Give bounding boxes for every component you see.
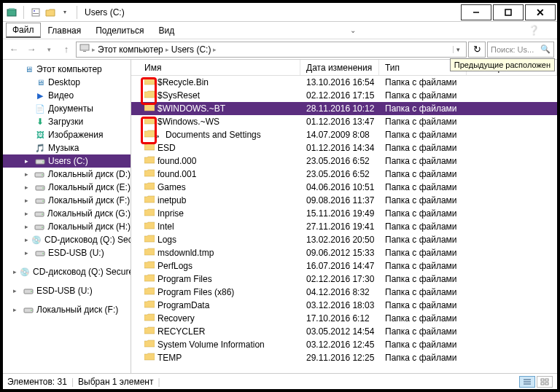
music-icon: 🎵: [35, 143, 45, 153]
tree-item-label: Видео: [48, 90, 74, 101]
file-row[interactable]: msdownld.tmp09.06.2012 15:33Папка с файл…: [131, 246, 557, 259]
refresh-button[interactable]: ↻: [468, 42, 486, 58]
svg-rect-7: [80, 44, 89, 50]
tree-item[interactable]: ▸Локальный диск (G:): [3, 207, 131, 220]
file-row[interactable]: Program Files02.12.2016 17:30Папка с фай…: [131, 273, 557, 286]
tree-item[interactable]: ▸ESD-USB (U:): [3, 284, 131, 297]
file-date: 03.12.2016 18:03: [300, 300, 379, 310]
svg-point-14: [42, 187, 44, 189]
column-header-date[interactable]: Дата изменения: [300, 60, 379, 75]
file-type: Папка с файлами: [379, 143, 467, 153]
pc-icon: 🖥: [23, 64, 34, 74]
folder-icon: [144, 248, 155, 258]
file-row[interactable]: ↗Documents and Settings14.07.2009 8:08Па…: [131, 128, 557, 141]
tree-item[interactable]: ▶Видео: [3, 89, 131, 102]
chevron-right-icon[interactable]: ▸: [90, 46, 98, 53]
expander-icon[interactable]: ▸: [25, 249, 32, 256]
tree-item[interactable]: 🖼Изображения: [3, 128, 131, 141]
tree-item[interactable]: 🖥Desktop: [3, 76, 131, 89]
file-row[interactable]: Games04.06.2016 10:51Папка с файлами: [131, 181, 557, 194]
docs-icon: 📄: [35, 103, 45, 114]
expander-icon[interactable]: ▸: [25, 170, 31, 178]
view-details-button[interactable]: [519, 376, 535, 388]
file-row[interactable]: PerfLogs16.07.2016 14:47Папка с файлами: [131, 259, 557, 273]
nav-up-button[interactable]: ↑: [58, 42, 74, 58]
chevron-right-icon[interactable]: ▸: [211, 46, 219, 53]
file-row[interactable]: Intel27.11.2016 19:41Папка с файлами: [131, 220, 557, 233]
nav-recent-dropdown[interactable]: ▾: [41, 42, 57, 58]
expander-icon[interactable]: ▸: [13, 287, 20, 294]
file-list[interactable]: $Recycle.Bin13.10.2016 16:54Папка с файл…: [131, 76, 557, 373]
expander-icon[interactable]: ▸: [25, 157, 32, 165]
folder-icon: [144, 143, 155, 153]
chevron-right-icon[interactable]: ▸: [163, 46, 171, 53]
menu-view[interactable]: Вид: [151, 23, 182, 39]
file-row[interactable]: Logs13.02.2016 20:50Папка с файлами: [131, 233, 557, 246]
file-row[interactable]: $WINDOWS.~BT28.11.2016 10:12Папка с файл…: [131, 102, 557, 115]
qat-dropdown-icon[interactable]: ▾: [59, 7, 71, 18]
folder-icon: [144, 169, 155, 179]
expander-icon[interactable]: ▸: [25, 184, 32, 191]
file-row[interactable]: ESD01.12.2016 14:34Папка с файлами: [131, 141, 557, 154]
view-icons-button[interactable]: [537, 376, 553, 388]
tree-item[interactable]: ▸Users (C:): [3, 154, 131, 168]
expander-icon[interactable]: ▸: [25, 197, 32, 204]
menu-home[interactable]: Главная: [41, 23, 89, 39]
tree-item[interactable]: ▸Локальный диск (F:): [3, 303, 131, 316]
file-row[interactable]: $SysReset02.12.2016 17:15Папка с файлами: [131, 89, 557, 102]
maximize-button[interactable]: [493, 4, 524, 20]
column-header-name[interactable]: Имя: [131, 60, 300, 75]
address-dropdown-icon[interactable]: ▾: [453, 46, 463, 53]
expander-icon[interactable]: ▸: [13, 306, 20, 313]
expander-icon[interactable]: ▸: [25, 236, 28, 243]
file-row[interactable]: $Recycle.Bin13.10.2016 16:54Папка с файл…: [131, 76, 557, 89]
tree-item[interactable]: ⬇Загрузки: [3, 115, 131, 128]
file-type: Папка с файлами: [379, 222, 467, 232]
breadcrumb-root[interactable]: Этот компьютер: [98, 44, 163, 55]
file-name: System Volume Information: [158, 340, 265, 350]
tree-item[interactable]: ▸ESD-USB (U:): [3, 246, 131, 259]
help-icon[interactable]: ❔: [528, 25, 554, 36]
tree-item[interactable]: 📄Документы: [3, 102, 131, 115]
file-row[interactable]: Program Files (x86)04.12.2016 8:32Папка …: [131, 286, 557, 299]
ribbon-expand-icon[interactable]: ⌄: [350, 26, 360, 34]
breadcrumb-location[interactable]: Users (C:): [171, 44, 211, 55]
expander-icon[interactable]: ▸: [25, 223, 31, 230]
file-row[interactable]: found.00023.05.2016 6:52Папка с файлами: [131, 154, 557, 168]
expander-icon[interactable]: ▸: [13, 268, 17, 275]
close-button[interactable]: ✕: [525, 4, 556, 20]
file-row[interactable]: found.00123.05.2016 6:52Папка с файлами: [131, 168, 557, 181]
file-row[interactable]: Inprise15.11.2016 19:49Папка с файлами: [131, 207, 557, 220]
file-row[interactable]: inetpub09.08.2016 11:37Папка с файлами: [131, 194, 557, 207]
file-row[interactable]: $Windows.~WS01.12.2016 13:47Папка с файл…: [131, 115, 557, 128]
file-row[interactable]: TEMP29.11.2016 12:25Папка с файлами: [131, 351, 557, 364]
qat-newfolder-icon[interactable]: [44, 7, 56, 18]
tree-item-label: Локальный диск (G:): [47, 208, 131, 219]
tree-item[interactable]: ▸Локальный диск (H:): [3, 220, 131, 233]
file-row[interactable]: RECYCLER03.05.2012 14:54Папка с файлами: [131, 325, 557, 338]
folder-icon: [144, 261, 155, 271]
menu-file[interactable]: Файл: [6, 23, 41, 38]
tree-item[interactable]: 🎵Музыка: [3, 141, 131, 154]
tree-item[interactable]: 🖥Этот компьютер: [3, 63, 131, 76]
tree-item-label: Этот компьютер: [36, 64, 102, 74]
file-row[interactable]: ProgramData03.12.2016 18:03Папка с файла…: [131, 299, 557, 312]
tree-item[interactable]: ▸Локальный диск (E:): [3, 181, 131, 194]
tree-item[interactable]: ▸💿CD-дисковод (Q:) SecureI: [3, 265, 131, 278]
tree-item[interactable]: ▸💿CD-дисковод (Q:) Secur: [3, 233, 131, 246]
address-bar[interactable]: ▸ Этот компьютер ▸ Users (C:) ▸ ▾: [76, 42, 467, 58]
file-row[interactable]: System Volume Information03.12.2016 12:4…: [131, 338, 557, 351]
expander-icon[interactable]: ▸: [25, 210, 31, 217]
nav-back-button[interactable]: ←: [6, 42, 22, 58]
menu-share[interactable]: Поделиться: [88, 23, 151, 39]
search-input[interactable]: Поиск: Us... 🔍 Предыдущие расположен: [487, 42, 554, 58]
qat-properties-icon[interactable]: [30, 7, 42, 18]
file-row[interactable]: Recovery17.10.2016 6:12Папка с файлами: [131, 312, 557, 325]
navigation-pane[interactable]: 🖥Этот компьютер🖥Desktop▶Видео📄Документы⬇…: [3, 60, 131, 373]
folder-icon: [144, 195, 155, 205]
tree-item[interactable]: ▸Локальный диск (D:): [3, 168, 131, 181]
file-name: ProgramData: [158, 300, 209, 310]
tree-item[interactable]: ▸Локальный диск (F:): [3, 194, 131, 207]
nav-forward-button[interactable]: →: [23, 42, 39, 58]
minimize-button[interactable]: [461, 4, 491, 20]
